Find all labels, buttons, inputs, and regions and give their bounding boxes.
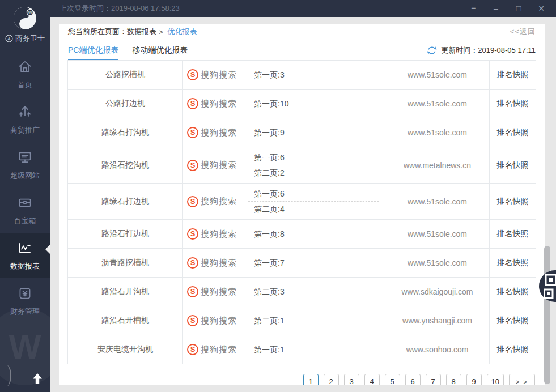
rank-value: 第一页:6 xyxy=(254,188,385,199)
rank-value: 第二页:1 xyxy=(254,315,385,326)
svg-text:W: W xyxy=(28,11,32,15)
site-cell: www.51sole.com xyxy=(385,220,490,249)
main-panel: 您当前所在页面： 数据报表 > 优化报表 <<返回 PC端优化报表 移动端优化报… xyxy=(59,24,545,385)
tab-pc-report[interactable]: PC端优化报表 xyxy=(68,40,118,60)
sogou-icon: S xyxy=(187,196,198,207)
sidebar-item-data-report[interactable]: 数据报表 xyxy=(0,233,50,278)
keyword-cell: 安庆电缆开沟机 xyxy=(68,335,183,364)
keyword-cell: 公路挖槽机 xyxy=(68,61,183,90)
sogou-logo: S搜狗搜索 xyxy=(187,315,237,326)
sidebar-item-website[interactable]: 超级网站 xyxy=(0,142,50,188)
sogou-icon: S xyxy=(187,160,198,171)
sogou-icon: S xyxy=(187,344,198,355)
snapshot-link[interactable]: 排名快照 xyxy=(490,61,536,90)
refresh-area: 更新时间：2019-08-05 17:11 xyxy=(427,40,536,60)
page-button-7[interactable]: 7 xyxy=(426,374,441,385)
page-button-3[interactable]: 3 xyxy=(344,374,359,385)
table-row: 公路打边机 S搜狗搜索 第一页:10 www.51sole.com 排名快照 xyxy=(68,90,536,118)
minimize-icon[interactable]: – xyxy=(485,0,507,17)
rank-value: 第一页:6 xyxy=(254,152,385,163)
sogou-logo: S搜狗搜索 xyxy=(187,286,237,297)
snapshot-link[interactable]: 排名快照 xyxy=(490,90,536,118)
table-row: 路沿石打边机 S搜狗搜索 第一页:8 www.51sole.com 排名快照 xyxy=(68,220,536,249)
snapshot-link[interactable]: 排名快照 xyxy=(490,220,536,249)
sidebar-item-promotion[interactable]: 商贸推广 xyxy=(0,97,50,142)
sidebar-nav: 首页 商贸推广 超级网站 xyxy=(0,52,50,323)
table-row: 路沿石开槽机 S搜狗搜索 第二页:1 www.ynshangji.com 排名快… xyxy=(68,306,536,335)
page-button-9[interactable]: 9 xyxy=(466,374,482,385)
snapshot-link[interactable]: 排名快照 xyxy=(490,278,536,306)
rank-cell: 第一页:10 xyxy=(241,90,385,118)
sidebar-item-finance[interactable]: 财务管理 xyxy=(0,278,50,323)
page-button-2[interactable]: 2 xyxy=(324,374,339,385)
close-icon[interactable]: ✕ xyxy=(530,0,553,17)
menu-icon[interactable]: ≡ xyxy=(462,0,485,17)
qr-code-icon xyxy=(544,274,556,300)
sidebar-item-label: 首页 xyxy=(18,80,32,90)
vertical-scrollbar[interactable] xyxy=(544,246,550,384)
snapshot-link[interactable]: 排名快照 xyxy=(490,184,536,220)
scroll-to-top-icon[interactable] xyxy=(31,372,44,387)
maximize-icon[interactable]: □ xyxy=(507,0,530,17)
tabs: PC端优化报表 移动端优化报表 更新时间：2019-08-05 17:11 xyxy=(68,40,536,60)
sogou-icon: S xyxy=(187,69,198,80)
rank-value: 第二页:4 xyxy=(254,203,385,215)
rank-value: 第一页:8 xyxy=(254,228,385,240)
keyword-cell: 路沿石打边机 xyxy=(68,220,183,249)
snapshot-link[interactable]: 排名快照 xyxy=(490,335,536,364)
engine-label: 搜狗搜索 xyxy=(201,316,237,326)
snapshot-link[interactable]: 排名快照 xyxy=(490,249,536,278)
back-button[interactable]: <<返回 xyxy=(510,27,536,37)
update-time: 更新时间：2019-08-05 17:11 xyxy=(441,45,536,56)
sidebar-item-toolbox[interactable]: 百宝箱 xyxy=(0,188,50,233)
table-row: 路缘石打边机 S搜狗搜索 第一页:6 第二页:4 www.51sole.com … xyxy=(68,184,536,220)
sogou-logo: S搜狗搜索 xyxy=(187,127,237,138)
tab-mobile-report[interactable]: 移动端优化报表 xyxy=(132,40,188,60)
site-cell: www.51sole.com xyxy=(385,90,490,118)
table-row: 路沿石挖沟机 S搜狗搜索 第一页:6 第二页:2 www.metalnews.c… xyxy=(68,147,536,184)
sogou-logo: S搜狗搜索 xyxy=(187,160,237,171)
table-row: 安庆电缆开沟机 S搜狗搜索 第一页:1 www.sonhoo.com 排名快照 xyxy=(68,335,536,364)
site-cell: www.51sole.com xyxy=(385,184,490,220)
site-cell: www.51sole.com xyxy=(385,61,490,90)
site-cell: www.51sole.com xyxy=(385,118,490,147)
site-cell: www.51sole.com xyxy=(385,249,490,278)
rank-value: 第一页:10 xyxy=(254,98,385,109)
page-button-10[interactable]: 10 xyxy=(487,374,504,385)
keyword-cell: 路缘石打沟机 xyxy=(68,118,183,147)
engine-cell: S搜狗搜索 xyxy=(183,278,241,306)
site-cell: www.ynshangji.com xyxy=(385,306,490,335)
refresh-icon[interactable] xyxy=(427,45,437,56)
page-button-5[interactable]: 5 xyxy=(385,374,400,385)
rank-value: 第二页:3 xyxy=(254,286,385,297)
keyword-cell: 路沿石开沟机 xyxy=(68,278,183,306)
last-login-time: 上次登录时间：2019-08-06 17:58:23 xyxy=(60,3,180,14)
sidebar-item-label: 财务管理 xyxy=(10,306,40,317)
next-page-button[interactable]: > > xyxy=(509,374,535,385)
window-controls: ≡ – □ ✕ xyxy=(462,0,553,17)
sogou-logo: S搜狗搜索 xyxy=(187,196,237,207)
page-button-8[interactable]: 8 xyxy=(446,374,461,385)
engine-cell: S搜狗搜索 xyxy=(183,335,241,364)
decorative-arc xyxy=(1,365,11,386)
table-row: 沥青路挖槽机 S搜狗搜索 第一页:7 www.51sole.com 排名快照 xyxy=(68,249,536,278)
page-button-6[interactable]: 6 xyxy=(405,374,421,385)
promotion-arrows-icon xyxy=(16,104,33,121)
snapshot-link[interactable]: 排名快照 xyxy=(490,147,536,184)
snapshot-link[interactable]: 排名快照 xyxy=(490,306,536,335)
page-button-4[interactable]: 4 xyxy=(364,374,380,385)
snapshot-link[interactable]: 排名快照 xyxy=(490,118,536,147)
sogou-logo: S搜狗搜索 xyxy=(187,228,237,240)
engine-cell: S搜狗搜索 xyxy=(183,147,241,184)
home-icon xyxy=(16,58,33,75)
sogou-logo: S搜狗搜索 xyxy=(187,69,237,80)
brand-badge-icon: A xyxy=(5,35,13,42)
breadcrumb-label: 您当前所在页面： xyxy=(68,27,127,37)
page-button-1[interactable]: 1 xyxy=(303,374,319,385)
sidebar-item-home[interactable]: 首页 xyxy=(0,52,50,97)
engine-label: 搜狗搜索 xyxy=(201,160,237,171)
sogou-icon: S xyxy=(187,228,198,240)
engine-label: 搜狗搜索 xyxy=(201,229,237,240)
active-item-indicator xyxy=(45,245,50,254)
breadcrumb-current[interactable]: 优化报表 xyxy=(168,27,197,37)
